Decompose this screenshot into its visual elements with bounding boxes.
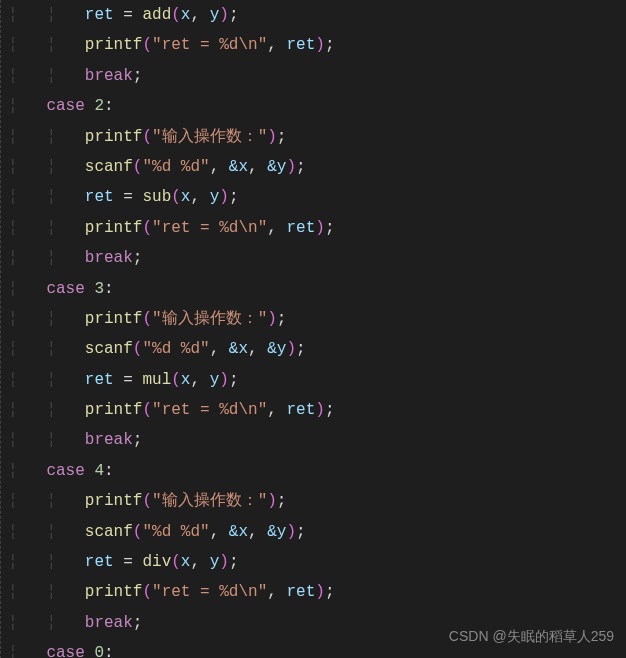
code-line[interactable]: ¦ ¦ ret = mul(x, y); (8, 365, 626, 395)
watermark: CSDN @失眠的稻草人259 (449, 623, 614, 650)
code-line[interactable]: ¦ ¦ ret = div(x, y); (8, 547, 626, 577)
code-line[interactable]: ¦ case 3: (8, 274, 626, 304)
code-line[interactable]: ¦ case 4: (8, 456, 626, 486)
code-line[interactable]: ¦ ¦ ret = add(x, y); (8, 0, 626, 30)
code-line[interactable]: ¦ case 2: (8, 91, 626, 121)
code-line[interactable]: ¦ ¦ printf("ret = %d\n", ret); (8, 577, 626, 607)
code-line[interactable]: ¦ ¦ printf("ret = %d\n", ret); (8, 30, 626, 60)
code-line[interactable]: ¦ ¦ printf("ret = %d\n", ret); (8, 395, 626, 425)
code-line[interactable]: ¦ ¦ scanf("%d %d", &x, &y); (8, 334, 626, 364)
code-line[interactable]: ¦ ¦ printf("ret = %d\n", ret); (8, 213, 626, 243)
code-line[interactable]: ¦ ¦ break; (8, 243, 626, 273)
code-editor[interactable]: ¦ ¦ ret = add(x, y); ¦ ¦ printf("ret = %… (0, 0, 626, 658)
code-line[interactable]: ¦ ¦ break; (8, 425, 626, 455)
code-line[interactable]: ¦ ¦ scanf("%d %d", &x, &y); (8, 152, 626, 182)
code-line[interactable]: ¦ ¦ printf("输入操作数："); (8, 122, 626, 152)
code-line[interactable]: ¦ ¦ ret = sub(x, y); (8, 182, 626, 212)
code-line[interactable]: ¦ ¦ scanf("%d %d", &x, &y); (8, 517, 626, 547)
code-line[interactable]: ¦ ¦ break; (8, 61, 626, 91)
code-line[interactable]: ¦ ¦ printf("输入操作数："); (8, 486, 626, 516)
code-line[interactable]: ¦ ¦ printf("输入操作数："); (8, 304, 626, 334)
